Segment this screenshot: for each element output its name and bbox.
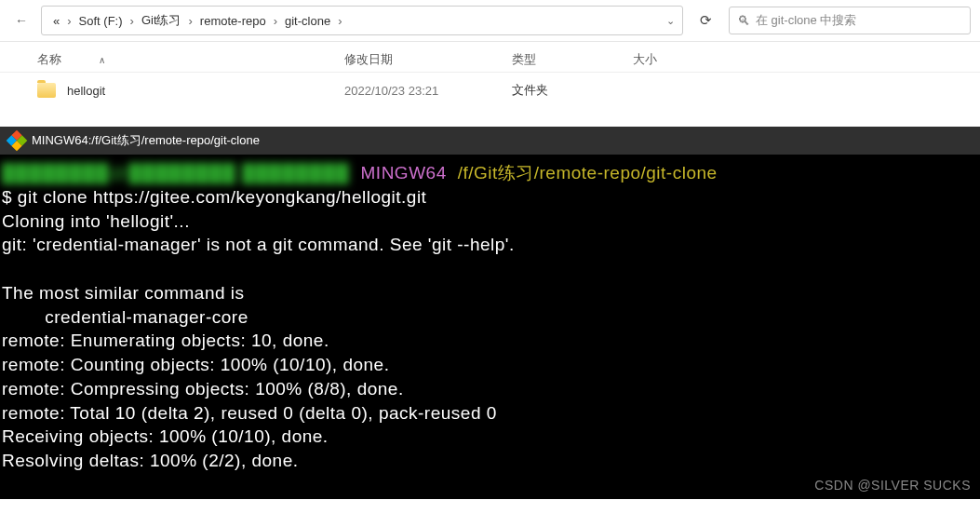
column-date[interactable]: 修改日期	[344, 51, 512, 68]
breadcrumb[interactable]: « Soft (F:) Git练习 remote-repo git-clone …	[41, 6, 683, 35]
mintty-icon	[7, 130, 28, 152]
column-headers: 名称 ∧ 修改日期 类型 大小	[0, 42, 980, 73]
column-size[interactable]: 大小	[633, 51, 707, 68]
explorer-address-bar: ← « Soft (F:) Git练习 remote-repo git-clon…	[0, 0, 980, 42]
search-placeholder: 在 git-clone 中搜索	[756, 12, 856, 29]
refresh-button[interactable]: ⟳	[691, 8, 721, 33]
crumb-root[interactable]: «	[49, 12, 63, 30]
command-line: $ git clone https://gitee.com/keyongkang…	[2, 187, 426, 207]
terminal-title-bar[interactable]: MINGW64:/f/Git练习/remote-repo/git-clone	[0, 127, 980, 155]
crumb-folder[interactable]: Git练习	[138, 10, 185, 31]
search-icon: 🔍︎	[737, 13, 750, 28]
output-line: remote: Compressing objects: 100% (8/8),…	[2, 379, 404, 399]
column-name[interactable]: 名称 ∧	[37, 51, 344, 68]
output-line: Cloning into 'hellogit'...	[2, 211, 190, 231]
crumb-folder[interactable]: git-clone	[281, 12, 334, 30]
breadcrumb-dropdown-icon[interactable]: ⌄	[666, 15, 675, 27]
file-name: hellogit	[67, 84, 105, 98]
crumb-folder[interactable]: remote-repo	[196, 12, 270, 30]
terminal-title: MINGW64:/f/Git练习/remote-repo/git-clone	[32, 132, 260, 149]
output-line: Receiving objects: 100% (10/10), done.	[2, 426, 329, 446]
file-type: 文件夹	[512, 82, 633, 99]
folder-icon	[37, 83, 56, 98]
terminal-window: MINGW64:/f/Git练习/remote-repo/git-clone █…	[0, 127, 980, 499]
search-input[interactable]: 🔍︎ 在 git-clone 中搜索	[729, 7, 971, 34]
prompt-path: /f/Git练习/remote-repo/git-clone	[458, 163, 718, 182]
watermark: CSDN @SILVER SUCKS	[814, 478, 971, 494]
prompt-env: MINGW64	[361, 163, 447, 182]
output-line: credential-manager-core	[2, 307, 248, 327]
file-date: 2022/10/23 23:21	[344, 84, 512, 98]
crumb-drive[interactable]: Soft (F:)	[75, 12, 127, 30]
output-line: The most similar command is	[2, 283, 245, 303]
table-row[interactable]: hellogit 2022/10/23 23:21 文件夹	[0, 73, 980, 108]
output-line: Resolving deltas: 100% (2/2), done.	[2, 451, 299, 470]
redacted-user: ████████@████████ ████████	[2, 162, 350, 184]
terminal-body[interactable]: ████████@████████ ████████ MINGW64 /f/Gi…	[0, 155, 980, 499]
back-button[interactable]: ←	[9, 9, 34, 32]
output-line: remote: Total 10 (delta 2), reused 0 (de…	[2, 403, 497, 423]
output-line: git: 'credential-manager' is not a git c…	[2, 235, 515, 254]
column-type[interactable]: 类型	[512, 51, 633, 68]
output-line: remote: Counting objects: 100% (10/10), …	[2, 355, 389, 374]
sort-indicator-icon: ∧	[99, 55, 105, 65]
output-line: remote: Enumerating objects: 10, done.	[2, 331, 329, 350]
